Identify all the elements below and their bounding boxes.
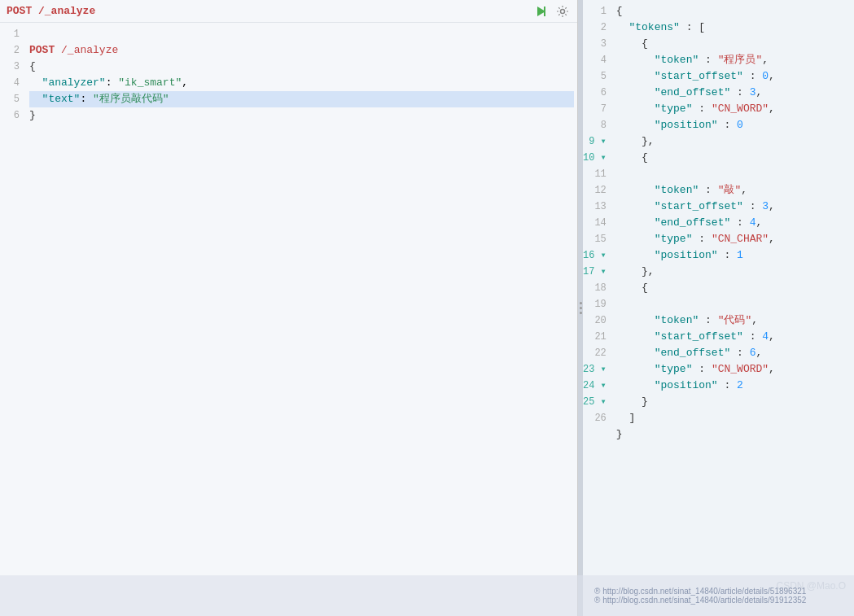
left-code-line-2: POST /_analyze	[29, 42, 574, 59]
run-button[interactable]	[533, 3, 550, 20]
main-container: POST /_analyze	[0, 0, 854, 616]
r-ln-1: 1	[583, 3, 607, 20]
left-panel: POST /_analyze	[0, 0, 578, 616]
left-code-line-1	[29, 26, 574, 42]
ln-3: 3	[0, 59, 20, 75]
r-code-26: ]	[616, 410, 851, 426]
r-code-14: "end_offset" : 4,	[616, 215, 851, 231]
r-ln-26: 26	[583, 410, 607, 426]
footer-line2: ® http://blog.csdn.net/sinat_14840/artic…	[594, 596, 846, 605]
left-code-area: 1 2 3 4 5 6 POST /_analyze { "analyzer":…	[0, 23, 577, 616]
r-code-4: "token" : "程序员",	[616, 52, 851, 68]
right-panel: 1 2 3 4 5 6 7 8 9 ▾ 10 ▾ 11 12 13 14 15 …	[583, 0, 854, 616]
left-code-line-3: {	[29, 59, 574, 75]
settings-button[interactable]	[554, 3, 571, 20]
divider-dot-3	[580, 312, 582, 314]
r-code-23: "type" : "CN_WORD",	[616, 361, 851, 378]
r-code-9: },	[616, 133, 851, 150]
r-ln-21: 21	[583, 329, 607, 345]
r-code-18: {	[616, 280, 851, 296]
r-code-24: "position" : 2	[616, 378, 851, 394]
r-ln-11: 11	[583, 166, 607, 182]
r-ln-16: 16 ▾	[583, 247, 607, 264]
r-ln-18: 18	[583, 280, 607, 296]
header-icons	[533, 3, 571, 20]
r-code-15: "type" : "CN_CHAR",	[616, 231, 851, 247]
r-code-19	[616, 296, 851, 312]
divider-dot-1	[580, 302, 582, 304]
r-ln-2: 2	[583, 20, 607, 36]
r-ln-24: 24 ▾	[583, 378, 607, 394]
r-ln-8: 8	[583, 117, 607, 133]
r-code-3: {	[616, 36, 851, 52]
r-ln-4: 4	[583, 52, 607, 68]
r-ln-17: 17 ▾	[583, 264, 607, 280]
left-code-content[interactable]: POST /_analyze { "analyzer": "ik_smart",…	[26, 23, 577, 616]
r-ln-20: 20	[583, 312, 607, 329]
r-code-1: {	[616, 3, 851, 20]
ln-2: 2	[0, 42, 20, 59]
svg-point-2	[561, 9, 565, 13]
r-code-22: "end_offset" : 6,	[616, 345, 851, 361]
r-code-20: "token" : "代码",	[616, 312, 851, 329]
r-code-13: "start_offset" : 3,	[616, 199, 851, 215]
r-code-11	[616, 166, 851, 182]
r-code-16: "position" : 1	[616, 247, 851, 264]
right-line-numbers: 1 2 3 4 5 6 7 8 9 ▾ 10 ▾ 11 12 13 14 15 …	[583, 0, 613, 616]
r-code-25: }	[616, 394, 851, 410]
r-ln-23: 23 ▾	[583, 361, 607, 378]
r-ln-19: 19	[583, 296, 607, 312]
r-ln-3: 3	[583, 36, 607, 52]
r-ln-9: 9 ▾	[583, 133, 607, 150]
r-ln-22: 22	[583, 345, 607, 361]
r-ln-13: 13	[583, 199, 607, 215]
r-code-6: "end_offset" : 3,	[616, 85, 851, 101]
r-ln-10: 10 ▾	[583, 150, 607, 166]
r-ln-25: 25 ▾	[583, 394, 607, 410]
left-code-line-6: }	[29, 107, 574, 124]
ln-1: 1	[0, 26, 20, 42]
divider-dots	[580, 302, 582, 314]
r-code-7: "type" : "CN_WORD",	[616, 101, 851, 117]
r-ln-14: 14	[583, 215, 607, 231]
ln-5: 5	[0, 91, 20, 107]
left-line-numbers: 1 2 3 4 5 6	[0, 23, 26, 616]
ln-4: 4	[0, 75, 20, 91]
left-code-line-5: "text": "程序员敲代码"	[29, 91, 574, 107]
r-ln-7: 7	[583, 101, 607, 117]
r-ln-15: 15	[583, 231, 607, 247]
r-code-2: "tokens" : [	[616, 20, 851, 36]
footer: ® http://blog.csdn.net/sinat_14840/artic…	[0, 575, 854, 616]
footer-line1: ® http://blog.csdn.net/sinat_14840/artic…	[594, 587, 846, 596]
r-ln-12: 12	[583, 182, 607, 199]
r-ln-5: 5	[583, 68, 607, 85]
left-code-line-4: "analyzer": "ik_smart",	[29, 75, 574, 91]
r-code-12: "token" : "敲",	[616, 182, 851, 199]
r-code-10: {	[616, 150, 851, 166]
svg-rect-1	[544, 7, 545, 16]
request-method-path: POST /_analyze	[7, 5, 95, 17]
r-code-8: "position" : 0	[616, 117, 851, 133]
r-code-27: }	[616, 426, 851, 443]
r-code-17: },	[616, 264, 851, 280]
r-code-21: "start_offset" : 4,	[616, 329, 851, 345]
r-code-5: "start_offset" : 0,	[616, 68, 851, 85]
right-code-content: { "tokens" : [ { "token" : "程序员", "start…	[613, 0, 854, 616]
right-code-area: 1 2 3 4 5 6 7 8 9 ▾ 10 ▾ 11 12 13 14 15 …	[583, 0, 854, 616]
left-header: POST /_analyze	[0, 0, 577, 23]
ln-6: 6	[0, 107, 20, 124]
r-ln-6: 6	[583, 85, 607, 101]
divider-dot-2	[580, 307, 582, 309]
